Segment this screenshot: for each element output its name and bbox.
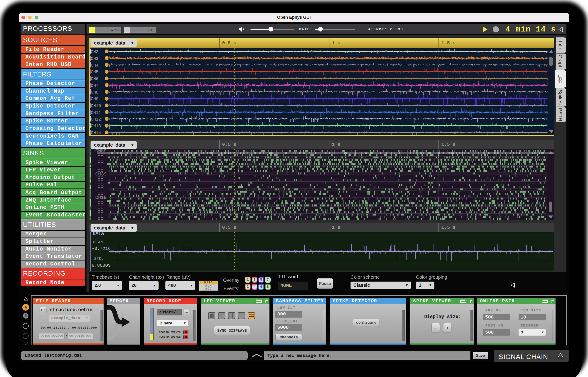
svg-text:CH14: CH14 <box>91 130 101 135</box>
svg-text:CH10: CH10 <box>91 104 101 108</box>
svg-text:CH5: CH5 <box>91 70 98 74</box>
svg-text:CH59: CH59 <box>95 149 107 154</box>
svg-text:CH39: CH39 <box>95 171 107 177</box>
svg-text:MEAN:: MEAN: <box>93 240 105 244</box>
svg-text:STD:: STD: <box>94 257 104 261</box>
svg-text:CH7: CH7 <box>91 83 98 88</box>
svg-text:CH11: CH11 <box>91 110 101 115</box>
svg-text:CH19: CH19 <box>95 195 107 200</box>
svg-text:8.80809: 8.80809 <box>92 263 111 268</box>
svg-text:DATA: DATA <box>93 232 104 236</box>
svg-text:-0.7216: -0.7216 <box>92 246 111 251</box>
svg-text:CH12: CH12 <box>91 117 101 122</box>
svg-text:CH13: CH13 <box>91 124 101 128</box>
svg-text:CH4: CH4 <box>91 63 98 68</box>
svg-text:CH9: CH9 <box>91 97 98 101</box>
svg-text:CH2: CH2 <box>91 49 98 54</box>
svg-text:CH3: CH3 <box>91 56 98 61</box>
svg-text:CH8: CH8 <box>91 90 98 95</box>
svg-text:CH6: CH6 <box>91 76 98 81</box>
